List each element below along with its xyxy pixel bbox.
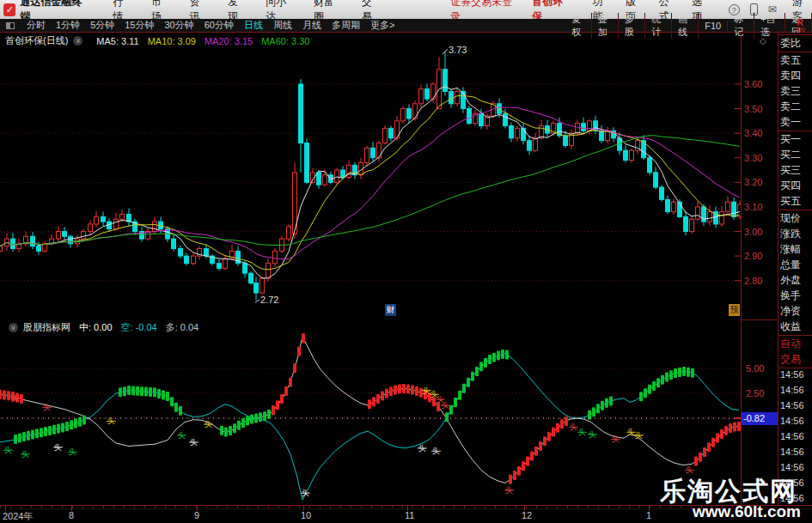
sidebar-row-买五[interactable]: 买五 — [780, 194, 801, 209]
ma-value: MA60: 3.30 — [261, 36, 309, 46]
price-label: 3.40 — [744, 128, 777, 138]
sidebar-row-收益[interactable]: 收益 — [780, 319, 801, 334]
axis-label-8: 8 — [69, 510, 74, 520]
indicator-field: 中: 0.00 — [79, 322, 113, 332]
trade-time-row[interactable]: 14:56 — [780, 369, 804, 380]
timeframe-60分钟[interactable]: 60分钟 — [199, 19, 239, 32]
axis-border — [741, 33, 742, 505]
axis-tick-major — [303, 506, 304, 511]
trade-time-row[interactable]: 14:56 — [780, 431, 804, 441]
axis-tick — [433, 506, 434, 508]
axis-tick-major — [649, 506, 650, 511]
axis-tick — [124, 506, 125, 508]
tool-F10[interactable]: F10 — [699, 21, 728, 31]
chart-canvas[interactable]: 头头头头头头头头头头头头头头头头头头头头头头头头头 — [0, 33, 741, 505]
diamond-icon[interactable]: ◇ — [760, 36, 766, 46]
chevron-down-icon[interactable]: ∨ — [73, 36, 82, 46]
split-window-icon[interactable] — [6, 22, 15, 29]
sidebar-row-卖三[interactable]: 卖三 — [780, 84, 801, 99]
axis-tick — [639, 506, 640, 508]
app-logo-icon: ✓ — [3, 3, 15, 16]
price-label: 3.50 — [744, 104, 777, 114]
axis-tick — [10, 506, 11, 508]
sidebar-row-卖一[interactable]: 卖一 — [780, 115, 801, 130]
price-label: 2.90 — [744, 251, 777, 261]
timeframe-15分钟[interactable]: 15分钟 — [119, 19, 159, 32]
axis-tick — [608, 506, 609, 508]
axis-label-11: 11 — [405, 510, 414, 520]
sidebar-row-现价[interactable]: 现价 — [780, 211, 801, 226]
event-badge-财[interactable]: 财 — [385, 304, 396, 316]
axis-tick — [175, 506, 176, 508]
sidebar-row-涨幅[interactable]: 涨幅 — [780, 242, 801, 257]
axis-tick — [382, 506, 382, 508]
axis-tick — [268, 506, 269, 508]
sidebar-row-卖五[interactable]: 卖五 — [780, 53, 801, 68]
high-annotation: 3.73 — [449, 45, 467, 55]
axis-tick — [464, 506, 465, 508]
trade-time-row[interactable]: 14:56 — [780, 385, 804, 395]
axis-tick — [577, 506, 578, 508]
timeframe-30分钟[interactable]: 30分钟 — [160, 19, 199, 32]
axis-tick — [392, 506, 393, 508]
timeframe-更多>[interactable]: 更多> — [365, 19, 400, 32]
chart-title: 首创环保(日线) — [5, 34, 68, 47]
axis-tick — [505, 506, 506, 508]
price-label: 2.80 — [744, 276, 777, 286]
timeframe-分时[interactable]: 分时 — [21, 19, 51, 32]
axis-tick — [629, 506, 630, 508]
axis-tick-major — [197, 506, 198, 511]
trade-time-row[interactable]: 14:56 — [780, 462, 804, 472]
sidebar-row-净资[interactable]: 净资 — [780, 304, 801, 319]
axis-tick-major — [407, 506, 408, 511]
axis-tick — [361, 506, 362, 508]
trade-time-row[interactable]: 14:56 — [780, 447, 804, 457]
trade-time-row[interactable]: 14:56 — [780, 400, 804, 410]
price-label: 3.20 — [744, 177, 777, 187]
sidebar-row-外盘[interactable]: 外盘 — [780, 273, 801, 288]
sidebar-row-卖二[interactable]: 卖二 — [780, 100, 801, 114]
sidebar-row-买二[interactable]: 买二 — [780, 148, 801, 162]
timeframe-多周期[interactable]: 多周期 — [327, 19, 365, 32]
timeframe-日线[interactable]: 日线 — [239, 19, 268, 32]
ma-legend: MA5: 3.11MA10: 3.09MA20: 3.15MA60: 3.30 — [88, 36, 309, 46]
sidebar-row-涨跌[interactable]: 涨跌 — [780, 227, 801, 241]
axis-tick — [299, 506, 300, 508]
axis-tick — [495, 506, 496, 508]
event-badge-预[interactable]: 预 — [729, 304, 740, 316]
timeframe-月线[interactable]: 月线 — [297, 19, 327, 32]
axis-tick — [557, 506, 558, 508]
sidebar-row-总量[interactable]: 总量 — [780, 258, 801, 272]
sidebar-row-自动[interactable]: 自动 — [780, 337, 801, 351]
ma-value: MA10: 3.09 — [148, 36, 196, 46]
axis-tick — [443, 506, 444, 508]
axis-tick — [82, 506, 83, 508]
axis-tick — [144, 506, 145, 508]
axis-tick — [423, 506, 424, 508]
price-label: 3.60 — [744, 79, 777, 89]
axis-tick — [237, 506, 238, 508]
chart-tools: 复权叠加多股统计画线F10标记+自选返回 — [565, 19, 812, 33]
axis-tick — [619, 506, 620, 508]
timeframe-5分钟[interactable]: 5分钟 — [85, 19, 119, 32]
axis-tick — [227, 506, 228, 508]
timeframe-1分钟[interactable]: 1分钟 — [51, 19, 85, 32]
sidebar-row-委比[interactable]: 委比 — [780, 36, 801, 51]
period-toolbar: 分时1分钟5分钟15分钟30分钟60分钟日线周线月线多周期更多> 复权叠加多股统… — [0, 19, 812, 33]
ma-value: MA20: 3.15 — [205, 36, 253, 46]
axis-tick — [113, 506, 114, 508]
sidebar-row-买三[interactable]: 买三 — [780, 163, 801, 178]
trade-time-row[interactable]: 14:56 — [780, 416, 804, 426]
indicator-values: 中: 0.00空: -0.04多: 0.04 — [70, 321, 198, 334]
sidebar-row-换手[interactable]: 换手 — [780, 289, 801, 303]
axis-tick — [454, 506, 455, 508]
sidebar-row-买四[interactable]: 买四 — [780, 179, 801, 193]
sidebar-separator — [778, 34, 812, 35]
sidebar-row-交易[interactable]: 交易 — [780, 352, 801, 367]
chevron-down-icon[interactable]: ∨ — [9, 323, 18, 332]
sidebar-row-买一[interactable]: 买一 — [780, 132, 801, 147]
axis-label-9: 9 — [194, 510, 199, 520]
sidebar-row-卖四[interactable]: 卖四 — [780, 69, 801, 83]
indicator-field: 空: -0.04 — [121, 322, 157, 332]
timeframe-周线[interactable]: 周线 — [268, 19, 297, 32]
